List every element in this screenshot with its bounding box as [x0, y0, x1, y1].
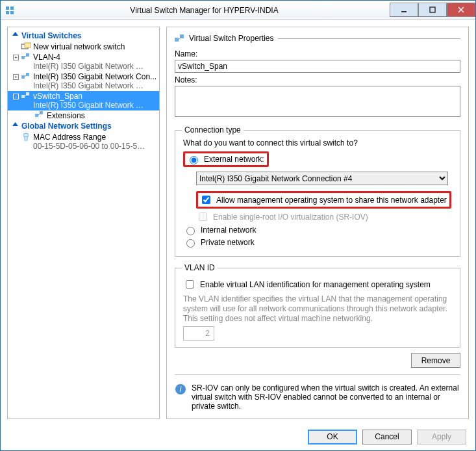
tree-item-extensions[interactable]: Extensions	[8, 110, 159, 120]
notes-textarea[interactable]	[175, 86, 460, 117]
minimize-button[interactable]	[390, 3, 418, 17]
external-network-radio[interactable]	[190, 156, 198, 164]
sriov-info-text: SR-IOV can only be configured when the v…	[192, 383, 460, 411]
switch-icon	[21, 53, 31, 60]
info-icon: i	[175, 383, 186, 395]
svg-rect-1	[10, 6, 14, 10]
tree-item-vswitch-span[interactable]: - vSwitch_SpanIntel(R) I350 Gigabit Netw…	[8, 91, 159, 110]
sriov-label: Enable single-root I/O virtualization (S…	[213, 213, 368, 222]
vlan-help-text: The VLAN identifier specifies the virtua…	[183, 294, 452, 324]
vlan-enable-label: Enable virtual LAN identification for ma…	[200, 280, 431, 289]
cancel-button[interactable]: Cancel	[362, 430, 412, 445]
dialog-footer: OK Cancel Apply	[1, 423, 475, 450]
svg-text:i: i	[180, 385, 182, 394]
internal-network-label: Internal network	[201, 226, 256, 235]
window-title: Virtual Switch Manager for HYPERV-INDIA	[19, 6, 390, 15]
vlan-legend: VLAN ID	[182, 263, 218, 272]
tree-heading-global: Global Network Settings	[8, 120, 159, 132]
svg-rect-26	[175, 38, 179, 42]
notes-label: Notes:	[175, 75, 460, 84]
ok-button[interactable]: OK	[308, 430, 357, 445]
svg-rect-0	[6, 6, 9, 10]
external-nic-select[interactable]: Intel(R) I350 Gigabit Network Connection…	[196, 172, 448, 185]
expand-icon[interactable]: +	[13, 74, 19, 80]
svg-rect-11	[21, 56, 25, 59]
switch-tree: Virtual Switches New virtual network swi…	[7, 27, 160, 419]
tree-item-mac-range[interactable]: MAC Address Range00-15-5D-05-06-00 to 00…	[8, 132, 159, 151]
svg-rect-20	[35, 114, 38, 117]
tree-new-virtual-switch[interactable]: New virtual network switch	[8, 42, 159, 52]
switch-icon	[21, 72, 31, 80]
collapse-caret-icon[interactable]	[12, 121, 19, 130]
svg-rect-12	[26, 53, 29, 57]
external-network-highlight: External network:	[183, 151, 269, 167]
expand-icon[interactable]: +	[13, 55, 19, 60]
sriov-info-row: i SR-IOV can only be configured when the…	[175, 379, 460, 411]
name-label: Name:	[175, 49, 460, 58]
svg-rect-18	[26, 92, 29, 96]
app-icon	[5, 5, 15, 16]
switch-name-input[interactable]	[175, 60, 460, 73]
switch-icon	[175, 34, 185, 43]
vlan-group: VLAN ID Enable virtual LAN identificatio…	[175, 263, 460, 348]
tree-item-vlan4[interactable]: + VLAN-4Intel(R) I350 Gigabit Network Co…	[8, 52, 159, 71]
svg-rect-25	[25, 136, 27, 140]
svg-rect-15	[26, 73, 29, 76]
panel-title: Virtual Switch Properties	[189, 34, 274, 43]
allow-mgmt-highlight: Allow management operating system to sha…	[196, 191, 451, 209]
svg-rect-14	[21, 75, 25, 79]
connection-type-question: What do you want to connect this virtual…	[183, 138, 453, 148]
allow-mgmt-checkbox[interactable]	[202, 196, 210, 204]
svg-marker-23	[12, 122, 18, 126]
svg-rect-17	[21, 95, 25, 98]
tree-item-intel-nic[interactable]: + Intel(R) I350 Gigabit Network Con...In…	[8, 71, 159, 91]
private-network-label: Private network	[201, 238, 255, 247]
svg-rect-21	[40, 111, 43, 114]
properties-panel: Virtual Switch Properties Name: Notes: C…	[166, 27, 469, 419]
tree-heading-virtual-switches: Virtual Switches	[8, 30, 159, 42]
allow-mgmt-label: Allow management operating system to sha…	[216, 196, 447, 205]
extensions-icon	[35, 110, 44, 120]
vlan-enable-checkbox[interactable]	[186, 280, 194, 289]
vlan-id-field: 2	[183, 326, 214, 341]
new-switch-icon	[21, 42, 31, 50]
sriov-checkbox	[199, 213, 207, 221]
svg-rect-3	[10, 11, 14, 14]
titlebar: Virtual Switch Manager for HYPERV-INDIA	[1, 1, 475, 20]
remove-button[interactable]: Remove	[411, 353, 460, 368]
collapse-caret-icon[interactable]	[12, 31, 19, 40]
mac-icon	[21, 133, 31, 142]
svg-rect-5	[430, 7, 435, 12]
internal-network-radio[interactable]	[186, 227, 195, 235]
private-network-radio[interactable]	[186, 239, 195, 248]
external-network-label: External network:	[204, 155, 264, 164]
collapse-icon[interactable]: -	[13, 94, 19, 99]
connection-type-group: Connection type What do you want to conn…	[175, 125, 460, 257]
close-button[interactable]	[447, 3, 475, 17]
apply-button: Apply	[417, 430, 466, 445]
maximize-button[interactable]	[418, 3, 447, 17]
svg-rect-10	[25, 43, 31, 47]
svg-rect-2	[6, 11, 9, 14]
connection-type-legend: Connection type	[182, 125, 244, 135]
svg-marker-8	[12, 32, 18, 36]
switch-icon	[21, 92, 31, 99]
vswitch-manager-window: Virtual Switch Manager for HYPERV-INDIA …	[0, 0, 476, 451]
